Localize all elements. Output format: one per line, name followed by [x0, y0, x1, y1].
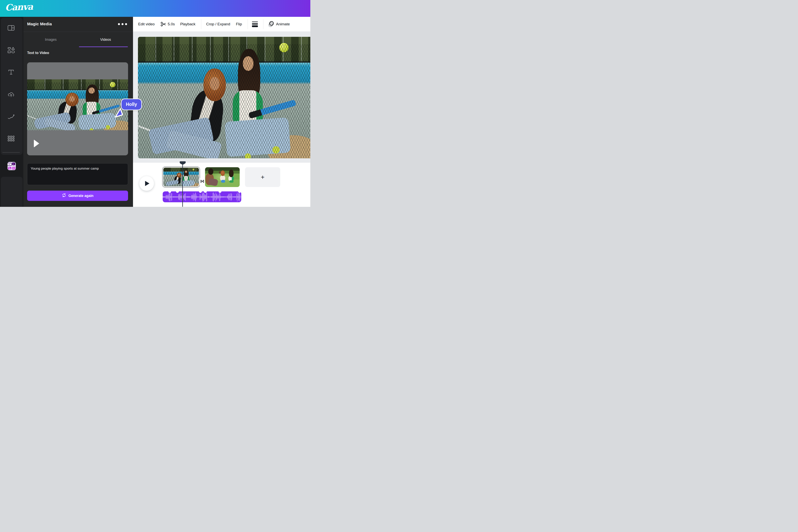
- sidebar-item-apps[interactable]: [7, 135, 16, 143]
- generate-again-button[interactable]: Generate again: [27, 191, 128, 201]
- draw-icon: [7, 113, 15, 120]
- playhead-marker[interactable]: [180, 161, 186, 165]
- timeline: +: [133, 163, 310, 207]
- cloud-upload-icon: [7, 92, 15, 98]
- sidebar-item-design[interactable]: [7, 24, 16, 33]
- lines-menu-icon: [252, 21, 258, 27]
- transition-bowtie-icon: [200, 179, 204, 184]
- sidebar-item-text[interactable]: [7, 68, 16, 77]
- apps-grid-icon: [8, 136, 15, 142]
- clip-2-thumbnail: [205, 167, 240, 187]
- timeline-clip-2[interactable]: [205, 167, 240, 187]
- app-header: Canva: [0, 0, 310, 17]
- active-tab-underline: [79, 46, 128, 47]
- collaborator-cursor-arrow-icon: [114, 108, 123, 118]
- audio-waveform-svg: [163, 191, 241, 202]
- tab-images[interactable]: Images: [23, 32, 78, 47]
- sidebar-top-section: [1, 18, 22, 155]
- timeline-clip-1-selected[interactable]: [162, 167, 200, 188]
- canvas-video-frame[interactable]: [138, 37, 310, 158]
- magic-media-sparkle-icon: ✦: [7, 163, 12, 166]
- magic-media-planet-icon: ♄: [12, 167, 16, 170]
- shapes-icon: [7, 47, 15, 54]
- sidebar-item-magic-media[interactable]: ✦ ▶ ♄: [7, 162, 16, 170]
- sidebar-item-draw[interactable]: [7, 112, 16, 121]
- playback-button[interactable]: Playback: [180, 22, 195, 26]
- play-icon[interactable]: [34, 139, 39, 148]
- generated-video-card[interactable]: [27, 62, 128, 155]
- canva-logo: Canva: [5, 2, 33, 13]
- sidebar-item-uploads[interactable]: [7, 91, 16, 99]
- edit-video-button[interactable]: Edit video: [138, 22, 155, 26]
- canva-app-window: Canva: [0, 0, 310, 207]
- playhead-line: [182, 164, 183, 207]
- more-options-button[interactable]: [118, 23, 127, 25]
- text-icon: [8, 69, 14, 76]
- position-lines-button[interactable]: [252, 21, 258, 27]
- sidebar-divider: [2, 152, 20, 153]
- panel-title: Magic Media: [27, 22, 52, 26]
- animate-button[interactable]: Animate: [267, 21, 290, 28]
- canvas-photo: [138, 37, 310, 158]
- text-to-video-label: Text to Video: [27, 51, 49, 55]
- add-clip-button[interactable]: +: [245, 167, 280, 187]
- timeline-play-button[interactable]: [139, 176, 154, 191]
- animate-motion-icon: [267, 21, 274, 28]
- refresh-icon: [62, 193, 66, 198]
- generated-video-thumbnail: [27, 79, 128, 130]
- scissors-icon: [160, 21, 166, 27]
- crop-expand-button[interactable]: Crop / Expand: [206, 22, 230, 26]
- magic-media-play-icon: ▶: [12, 163, 15, 165]
- play-icon: [145, 181, 149, 186]
- sidebar-item-elements[interactable]: [7, 46, 16, 55]
- plus-icon: +: [261, 174, 265, 181]
- prompt-input[interactable]: Young people playing sports at summer ca…: [27, 163, 128, 185]
- collaborator-name-badge: Holly: [121, 98, 142, 110]
- clip-1-thumbnail: [163, 168, 199, 187]
- context-toolbar: Edit video 5.0s Playback Crop / Expand F…: [133, 17, 310, 32]
- flip-button[interactable]: Flip: [236, 22, 242, 26]
- transition-button[interactable]: [200, 176, 205, 187]
- media-type-tabs: Images Videos: [23, 32, 133, 47]
- generate-again-label: Generate again: [69, 194, 93, 198]
- canvas-area: [133, 32, 310, 163]
- sidebar-bottom-section: [1, 177, 22, 207]
- animate-label: Animate: [276, 22, 290, 26]
- design-grid-icon: [7, 25, 15, 32]
- audio-track[interactable]: [163, 191, 241, 202]
- trim-duration-button[interactable]: 5.0s: [160, 21, 175, 27]
- clip-duration-value: 5.0s: [168, 22, 175, 26]
- magic-media-image-icon: [8, 167, 11, 170]
- tab-videos[interactable]: Videos: [78, 32, 133, 47]
- sidebar-rail: ✦ ▶ ♄: [0, 17, 23, 207]
